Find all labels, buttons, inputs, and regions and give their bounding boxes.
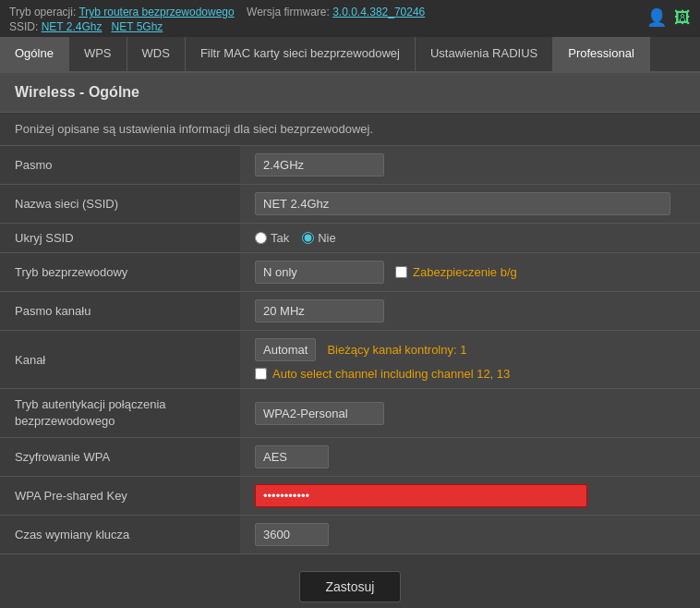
channel-col: Automat Bieżący kanał kontrolny: 1 Auto …: [255, 338, 685, 381]
row-pasmo: Pasmo: [0, 146, 700, 185]
tab-radius[interactable]: Ustawienia RADIUS: [416, 37, 553, 71]
cell-ssid: [240, 185, 700, 224]
row-czas: Czas wymiany klucza: [0, 516, 700, 554]
content-area: Wireless - Ogólne Poniżej opisane są ust…: [0, 73, 700, 608]
top-bar-info: Tryb operacji: Tryb routera bezprzewodow…: [9, 6, 425, 33]
cell-ukryj: Tak Nie: [240, 224, 700, 253]
ssid-5-link[interactable]: NET 5Ghz: [112, 20, 163, 33]
cell-pasmo-kanalu: [240, 292, 700, 331]
row-szyfrowanie: Szyfrowanie WPA: [0, 438, 700, 477]
input-pasmo-kanalu[interactable]: [255, 299, 384, 322]
tabs-bar: Ogólne WPS WDS Filtr MAC karty sieci bez…: [0, 37, 700, 73]
input-tryb-auth[interactable]: [255, 402, 384, 425]
bottom-area: Zastosuj: [0, 554, 700, 608]
input-tryb[interactable]: [255, 261, 384, 284]
cell-kanal: Automat Bieżący kanał kontrolny: 1 Auto …: [240, 331, 700, 389]
label-kanal: Kanał: [0, 331, 240, 389]
tryb-checkbox-label[interactable]: Zabezpieczenie b/g: [395, 265, 517, 279]
operation-label: Tryb operacji:: [9, 6, 76, 18]
label-pasmo: Pasmo: [0, 146, 240, 185]
label-ssid: Nazwa sieci (SSID): [0, 185, 240, 224]
kanal-automat-btn[interactable]: Automat: [255, 338, 316, 361]
radio-nie-label[interactable]: Nie: [302, 231, 336, 245]
auto-channel-checkbox[interactable]: [255, 368, 267, 380]
row-tryb: Tryb bezprzewodowy Zabezpieczenie b/g: [0, 253, 700, 292]
radio-tak-label[interactable]: Tak: [255, 231, 289, 245]
tab-wds[interactable]: WDS: [127, 37, 186, 71]
tab-professional[interactable]: Professional: [553, 37, 650, 71]
input-ssid[interactable]: [255, 192, 670, 215]
ssid-24-link[interactable]: NET 2.4Ghz: [42, 20, 103, 33]
top-bar-icons: 👤 🖼: [646, 7, 691, 28]
input-szyfrowanie[interactable]: [255, 445, 329, 468]
radio-nie[interactable]: [302, 232, 314, 244]
row-ukryj: Ukryj SSID Tak Nie: [0, 224, 700, 253]
label-pasmo-kanalu: Pasmo kanału: [0, 292, 240, 331]
tryb-checkbox[interactable]: [395, 266, 407, 278]
input-czas[interactable]: [255, 523, 329, 546]
label-wpa-key: WPA Pre-shared Key: [0, 477, 240, 516]
page-description: Poniżej opisane są ustawienia informacji…: [0, 113, 700, 146]
row-kanal: Kanał Automat Bieżący kanał kontrolny: 1…: [0, 331, 700, 389]
monitor-icon[interactable]: 🖼: [674, 8, 691, 28]
ssid-label: SSID:: [9, 20, 38, 33]
input-pasmo[interactable]: [255, 153, 384, 176]
row-ssid: Nazwa sieci (SSID): [0, 185, 700, 224]
settings-table: Pasmo Nazwa sieci (SSID) Ukryj SSID: [0, 146, 700, 554]
tab-ogolne[interactable]: Ogólne: [0, 37, 69, 71]
label-ukryj: Ukryj SSID: [0, 224, 240, 253]
radio-tak[interactable]: [255, 232, 267, 244]
cell-wpa-key: [240, 477, 700, 516]
label-tryb-auth: Tryb autentykacji połączenia bezprzewodo…: [0, 389, 240, 438]
user-icon[interactable]: 👤: [646, 7, 667, 28]
tab-wps[interactable]: WPS: [69, 37, 127, 71]
page-title: Wireless - Ogólne: [0, 73, 700, 113]
firmware-label: Wersja firmware:: [247, 6, 330, 18]
cell-czas: [240, 516, 700, 554]
firmware-value: 3.0.0.4.382_70246: [332, 6, 425, 18]
top-bar: Tryb operacji: Tryb routera bezprzewodow…: [0, 0, 700, 37]
cell-tryb: Zabezpieczenie b/g: [240, 253, 700, 292]
apply-button[interactable]: Zastosuj: [299, 571, 402, 602]
label-czas: Czas wymiany klucza: [0, 516, 240, 554]
cell-pasmo: [240, 146, 700, 185]
tryb-row: Zabezpieczenie b/g: [255, 261, 685, 284]
auto-channel-label[interactable]: Auto select channel including channel 12…: [255, 367, 685, 381]
cell-szyfrowanie: [240, 438, 700, 477]
ukryj-radio-group: Tak Nie: [255, 231, 685, 245]
operation-link[interactable]: Tryb routera bezprzewodowego: [78, 6, 234, 18]
row-tryb-auth: Tryb autentykacji połączenia bezprzewodo…: [0, 389, 700, 438]
label-szyfrowanie: Szyfrowanie WPA: [0, 438, 240, 477]
channel-row: Automat Bieżący kanał kontrolny: 1: [255, 338, 685, 361]
input-wpa-key[interactable]: [255, 484, 587, 507]
kanal-current: Bieżący kanał kontrolny: 1: [327, 343, 466, 357]
cell-tryb-auth: [240, 389, 700, 438]
operation-mode-row: Tryb operacji: Tryb routera bezprzewodow…: [9, 6, 425, 18]
label-tryb: Tryb bezprzewodowy: [0, 253, 240, 292]
row-pasmo-kanalu: Pasmo kanału: [0, 292, 700, 331]
ssid-row: SSID: NET 2.4Ghz NET 5Ghz: [9, 20, 425, 33]
tryb-auth-text: Tryb autentykacji połączenia bezprzewodo…: [15, 397, 166, 428]
row-wpa-key: WPA Pre-shared Key: [0, 477, 700, 516]
tab-filtr[interactable]: Filtr MAC karty sieci bezprzewodowej: [186, 37, 416, 71]
